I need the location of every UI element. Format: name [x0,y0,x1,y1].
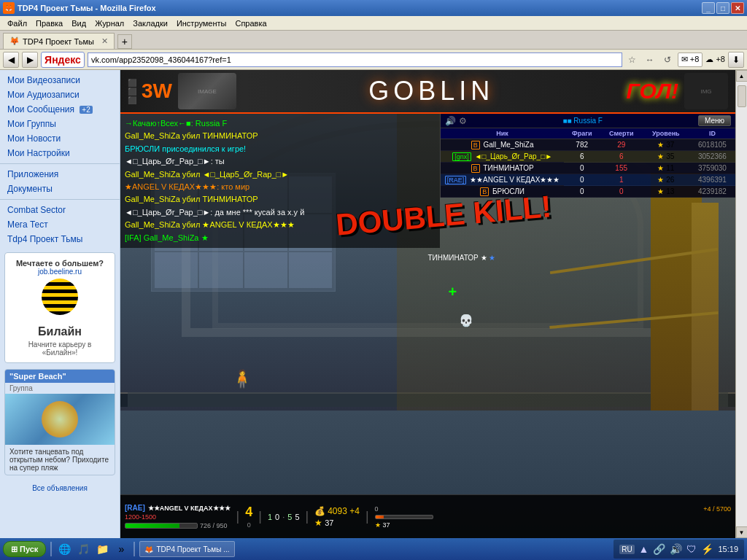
yandex-search-box[interactable]: Яндекс [41,52,85,68]
folder-icon[interactable]: 📁 [94,541,110,557]
sidebar-item-combat-sector[interactable]: Combat Sector [0,203,120,217]
address-bar: ◀ ▶ Яндекс ☆ ↔ ↺ ✉ +8 ☁ +8 ⬇ [0,50,747,70]
sb-sound-icon[interactable]: 🔊 [445,116,456,126]
sidebar-item-mega-test[interactable]: Мега Тест [0,217,120,232]
hud-sep3: · [282,513,285,521]
player-name-1: [gnx] ◄□_Царь_Ør_Рар_□► [441,151,563,163]
maximize-button[interactable]: □ [716,2,729,14]
ie-icon[interactable]: 🌐 [56,541,72,557]
hud-level-star: ★ [375,521,381,529]
player-deaths-0: 29 [600,139,643,151]
skull-marker: 💀 [459,314,473,327]
tab-title: ТDP4 Проект Тьмы [23,37,94,46]
hud-death-num: 5 [295,513,299,521]
sidebar-item-groups[interactable]: Мои Группы [0,117,120,131]
scroll-up-button[interactable]: ▲ [736,70,748,82]
start-button[interactable]: ⊞ Пуск [3,541,46,557]
superbeach-ad: "Super Beach" Группа Хотите танцевать по… [4,369,115,475]
address-input[interactable] [88,52,622,67]
menu-tools[interactable]: Инструменты [172,18,231,29]
close-button[interactable]: ✕ [731,2,744,14]
hud-health-value: 726 / 950 [200,522,228,529]
hud-coins-section: 💰 4093 +4 ★ 37 [314,506,360,528]
sidebar-divider2 [0,199,120,200]
menu-bookmarks[interactable]: Закладки [128,18,172,29]
player-kills-1: 6 [564,151,600,163]
col-nick: Ник [441,128,563,139]
col-level: Уровень [643,128,689,139]
start-icon: ⊞ [11,545,18,554]
title-bar: 🦊 ТDP4 Проект Тьмы - Mozilla Firefox _ □… [0,0,747,16]
media-player-icon[interactable]: 🎵 [75,541,91,557]
sidebar-item-apps[interactable]: Приложения [0,167,120,182]
player-kills-0: 782 [564,139,600,151]
player-nametag: ТИНМИНАТОР ★ ★ [428,254,496,262]
sidebar-divider1 [0,163,120,164]
scroll-track[interactable] [736,82,747,526]
all-ads-link[interactable]: Все объявления [0,481,120,495]
sidebar-item-tdp4[interactable]: Tdp4 Проект Тьмы [0,232,120,246]
beeline-brand: Билайн [11,325,109,338]
player-kills-3: 0 [564,174,600,186]
taskbar-firefox-button[interactable]: 🦊 ТDP4 Проект Тьмы ... [139,541,234,557]
arrow-icon[interactable]: » [113,541,129,557]
title-bar-buttons: _ □ ✕ [702,2,744,14]
hud-range: 1200-1500 [125,513,156,521]
player-id-4: 4239182 [689,186,735,198]
sidebar-item-audio[interactable]: Мои Аудиозаписи [0,88,120,102]
forward-button[interactable]: ▶ [22,52,38,68]
player-id-1: 3052366 [689,151,735,163]
hud-xp-bonus: +4 / 5700 [703,505,731,513]
download-button[interactable]: ⬇ [728,52,744,68]
menu-history[interactable]: Журнал [90,18,128,29]
beeline-ad-subtitle[interactable]: job.beeline.ru [11,268,109,276]
tray-power-icon[interactable]: ⚡ [701,543,713,555]
nametag-star-icon: ★ [489,254,495,262]
bookmark-icon2[interactable]: ↔ [643,52,657,67]
tray-sound-icon[interactable]: 🔊 [670,543,682,555]
mail-box[interactable]: ✉ +8 [678,52,703,67]
hud-coin-icon: 💰 [314,506,325,516]
hud-xp-bar [375,515,433,519]
browser-tab[interactable]: 🦊 ТDP4 Проект Тьмы ✕ [3,33,115,49]
sidebar-item-video[interactable]: Мои Видеозаписи [0,73,120,88]
menu-help[interactable]: Справка [231,18,271,29]
game-viewport: 🧍 DOUBLE KILL! ТИНМИНАТОР ★ ★ + 💀 →Качаю… [120,114,735,538]
hud-xp-label: 0 [375,505,379,513]
back-button[interactable]: ◀ [3,52,19,68]
sb-settings-icon[interactable]: ⚙ [459,116,467,126]
beeline-logo [38,279,82,322]
quick-launch-separator [50,542,52,556]
minimize-button[interactable]: _ [702,2,715,14]
tray-network-icon[interactable]: 🔗 [653,543,665,555]
sidebar-item-messages[interactable]: Мои Сообщения +2 [0,102,120,117]
hud-player-tag: [RAE] [125,504,145,512]
chat-line-1: Gall_Me_ShiZa убил ТИНМИНАТОР [125,131,436,141]
scroll-down-button[interactable]: ▼ [736,526,748,538]
sidebar-item-news[interactable]: Мои Новости [0,131,120,146]
sidebar-item-docs[interactable]: Документы [0,182,120,196]
refresh-button[interactable]: ↺ [660,52,675,67]
menu-view[interactable]: Вид [67,18,90,29]
hud-xp-section: 0 +4 / 5700 ★ 37 [375,505,731,529]
tray-arrow-icon[interactable]: ▲ [639,543,649,555]
tab-bar: 🦊 ТDP4 Проект Тьмы ✕ + [0,31,747,50]
sb-menu-button[interactable]: Меню [698,115,731,126]
hud-xp-fill [376,516,384,518]
sidebar-item-settings[interactable]: Мои Настройки [0,146,120,160]
bookmark-star-icon[interactable]: ☆ [625,52,640,67]
taskbar: ⊞ Пуск 🌐 🎵 📁 » 🦊 ТDP4 Проект Тьмы ... RU… [0,538,747,560]
quick-launch-separator2 [133,542,135,556]
scoreboard-header: 🔊 ⚙ ■■ Russia F Меню [441,114,735,128]
table-row: [RAE] ★★ANGEL V КЕДАХ★★★ 0 1 ★ 26 439639… [441,174,735,186]
language-indicator[interactable]: RU [619,545,634,554]
menu-edit[interactable]: Правка [31,18,67,29]
new-tab-button[interactable]: + [117,34,132,49]
player-id-0: 6018105 [689,139,735,151]
tab-close-icon[interactable]: ✕ [101,36,108,46]
player-name-0: B Gall_Me_ShiZa [441,139,563,151]
scroll-thumb[interactable] [738,85,746,107]
scrollbar: ▲ ▼ [735,70,747,538]
tray-antivirus-icon[interactable]: 🛡 [686,543,697,555]
menu-file[interactable]: Файл [3,18,31,29]
